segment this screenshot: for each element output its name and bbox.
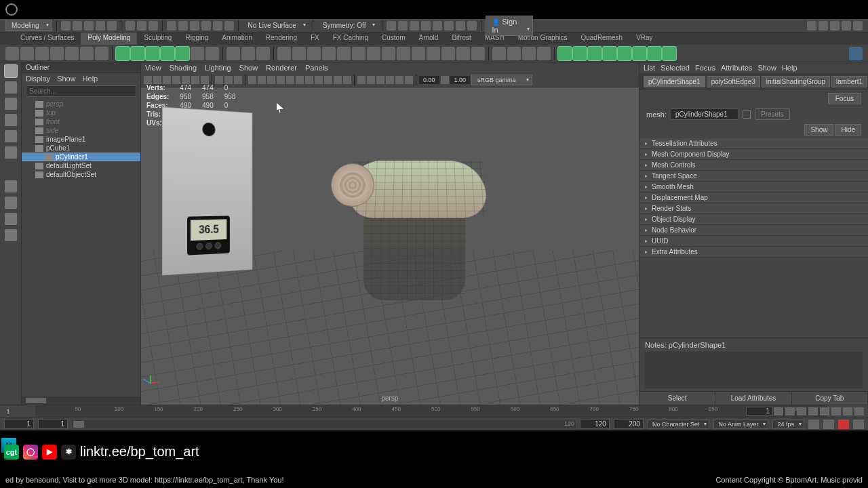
shelf-tab[interactable]: Animation [215, 33, 258, 45]
cleanup-icon[interactable] [648, 47, 661, 60]
sign-in-dropdown[interactable]: 👤 Sign In [486, 16, 533, 36]
outliner-item[interactable]: pCylinder1 [22, 152, 140, 161]
pause-icon[interactable] [467, 21, 477, 30]
platonic-icon[interactable] [116, 47, 130, 60]
new-scene-icon[interactable] [61, 21, 71, 30]
fps-dropdown[interactable]: 24 fps [772, 420, 804, 429]
viewport-menu-item[interactable]: Panels [305, 64, 328, 72]
bridge-icon[interactable] [292, 47, 306, 60]
attr-section[interactable]: Extra Attributes [639, 247, 868, 258]
select-tool-icon[interactable] [5, 65, 17, 77]
helix-icon[interactable] [146, 47, 159, 60]
snap-center-icon[interactable] [201, 21, 211, 30]
outliner-item[interactable]: pCube1 [22, 144, 140, 152]
quadrangulate-icon[interactable] [441, 47, 455, 60]
subdivide-icon[interactable] [412, 47, 425, 60]
poly-torus-icon[interactable] [65, 47, 79, 60]
viewport-menu-item[interactable]: Shading [170, 64, 197, 72]
attr-menu-item[interactable]: List [644, 64, 655, 72]
go-start-icon[interactable] [774, 407, 783, 415]
snap-live-icon[interactable] [224, 21, 234, 30]
step-fwd-icon[interactable] [831, 407, 841, 415]
attr-section[interactable]: Mesh Controls [639, 160, 868, 171]
target-weld-icon[interactable] [382, 47, 395, 60]
scale-tool-icon[interactable] [5, 130, 17, 142]
multicut-icon[interactable] [492, 47, 506, 60]
start-inner-field[interactable]: 1 [38, 419, 68, 429]
shelf-tab[interactable]: FX [304, 33, 326, 45]
outliner-search-input[interactable] [26, 85, 136, 97]
attr-section[interactable]: Render Stats [639, 203, 868, 214]
mirror-icon[interactable] [456, 47, 470, 60]
light-editor-icon[interactable] [444, 21, 454, 30]
outliner-menu-item[interactable]: Help [83, 75, 98, 83]
viewport-menu-item[interactable]: Show [239, 64, 258, 72]
lasso-tool-icon[interactable] [5, 81, 17, 94]
attr-section[interactable]: Object Display [639, 214, 868, 225]
outliner-item[interactable]: defaultObjectSet [22, 170, 140, 179]
symmetry-dropdown[interactable]: Symmetry: Off [317, 20, 378, 30]
outliner-scrollbar[interactable] [22, 396, 140, 405]
workspace-ico-2[interactable] [818, 21, 828, 30]
shelf-tab[interactable]: Custom [375, 33, 412, 45]
shelf-tab[interactable]: Sculpting [137, 33, 178, 45]
snap-curve-icon[interactable] [178, 21, 188, 30]
mesh-name-field[interactable]: pCylinderShape1 [671, 108, 738, 120]
append-icon[interactable] [322, 47, 336, 60]
workspace-dropdown[interactable]: Modeling [5, 20, 52, 31]
crease-icon[interactable] [573, 47, 587, 60]
viewport-menu-item[interactable]: View [145, 64, 161, 72]
snap-view-icon[interactable] [213, 21, 222, 30]
shelf-tab[interactable]: Rigging [178, 33, 215, 45]
move-tool-icon[interactable] [5, 98, 17, 110]
play-back-icon[interactable] [808, 407, 818, 415]
exposure-field[interactable]: 0.00 [419, 76, 439, 84]
transfer-icon[interactable] [633, 47, 646, 60]
color-space-dropdown[interactable]: sRGB gamma [471, 75, 532, 85]
notes-textarea[interactable] [645, 352, 863, 388]
superellipse-icon[interactable] [131, 47, 144, 60]
shelf-tab[interactable]: QuadRemesh [574, 33, 629, 45]
boolean-icon[interactable] [256, 47, 270, 60]
type-tool-icon[interactable] [191, 47, 204, 60]
shelf-tab[interactable]: Poly Modeling [81, 33, 137, 45]
range-slider[interactable]: 120 [72, 420, 576, 428]
triangulate-icon[interactable] [427, 47, 440, 60]
snap-point-icon[interactable] [190, 21, 199, 30]
poly-cylinder-icon[interactable] [35, 47, 49, 60]
soccer-icon[interactable] [176, 47, 189, 60]
poly-sphere-icon[interactable] [5, 47, 19, 60]
anim-layer-dropdown[interactable]: No Anim Layer [713, 420, 768, 429]
viewport[interactable]: ViewShadingLightingShowRendererPanels 0.… [141, 62, 639, 405]
attr-section[interactable]: Displacement Map [639, 192, 868, 203]
workspace-ico-5[interactable] [853, 21, 863, 30]
save-scene-icon[interactable] [84, 21, 94, 30]
hide-button[interactable]: Hide [835, 124, 861, 136]
workspace-ico-4[interactable] [842, 21, 851, 30]
shelf-tab[interactable]: Curves / Surfaces [14, 33, 81, 45]
connect-icon[interactable] [537, 47, 551, 60]
attr-tab[interactable]: pCylinderShape1 [644, 76, 705, 87]
step-back-key-icon[interactable] [785, 407, 795, 415]
lasso-icon[interactable] [137, 21, 146, 30]
paint-select-icon[interactable] [149, 21, 158, 30]
duplicate-icon[interactable] [471, 47, 485, 60]
last-tool-icon[interactable] [5, 146, 17, 159]
poly-cone-icon[interactable] [50, 47, 64, 60]
outliner-menu-item[interactable]: Show [57, 75, 76, 83]
history-icon[interactable] [387, 21, 396, 30]
redo-icon[interactable] [107, 21, 117, 30]
mesh-link-icon[interactable] [743, 110, 751, 119]
combine-icon[interactable] [226, 47, 240, 60]
shelf-tab[interactable]: VRay [629, 33, 659, 45]
poly-disc-icon[interactable] [95, 47, 108, 60]
step-fwd-key-icon[interactable] [843, 407, 852, 415]
shelf-tab[interactable]: FX Caching [326, 33, 375, 45]
playblast-icon[interactable] [456, 21, 465, 30]
live-surface-dropdown[interactable]: No Live Surface [243, 20, 309, 30]
workspace-ico-3[interactable] [830, 21, 840, 30]
render-icon[interactable] [398, 21, 408, 30]
hypershade-icon[interactable] [433, 21, 442, 30]
gamma-field[interactable]: 1.00 [450, 76, 471, 84]
presets-button[interactable]: Presets [755, 108, 790, 120]
